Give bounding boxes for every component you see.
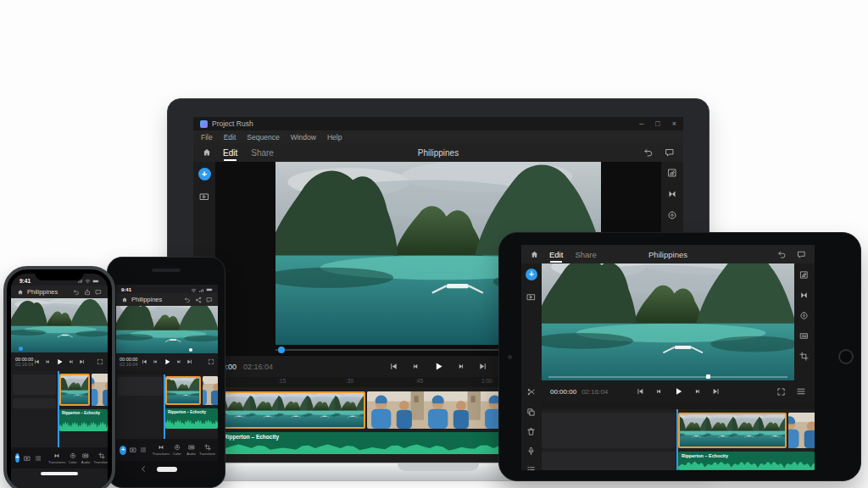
toolbar-color[interactable]: Color (69, 452, 77, 464)
transitions-icon[interactable] (158, 444, 164, 451)
play-button[interactable] (163, 358, 171, 366)
feedback-icon[interactable] (797, 250, 806, 259)
toolbar-audio[interactable]: Audio (81, 452, 91, 464)
skip-start-button[interactable] (33, 358, 40, 365)
play-button[interactable] (433, 361, 444, 372)
color-icon[interactable] (667, 210, 677, 220)
home-icon[interactable] (202, 147, 212, 158)
tracks-icon[interactable] (526, 465, 536, 470)
undo-icon[interactable] (184, 297, 191, 303)
step-forward-button[interactable] (457, 362, 466, 371)
menu-icon[interactable] (796, 386, 806, 396)
preview-scrubber[interactable] (548, 376, 787, 378)
tab-edit[interactable]: Edit (223, 148, 237, 158)
play-button[interactable] (673, 386, 683, 396)
fullscreen-icon[interactable] (97, 358, 103, 365)
tablet-home-button[interactable] (838, 349, 854, 364)
media-browser-icon[interactable] (24, 455, 31, 462)
color-icon[interactable] (174, 444, 181, 451)
transform-icon[interactable] (98, 452, 105, 459)
step-forward-button[interactable] (693, 387, 702, 396)
video-clip-selected[interactable] (220, 391, 365, 429)
menu-sequence[interactable]: Sequence (247, 133, 279, 141)
toolbar-transitions[interactable]: Transitions (50, 452, 64, 464)
duplicate-icon[interactable] (526, 408, 536, 417)
audio-icon[interactable] (188, 444, 195, 451)
step-back-button[interactable] (152, 358, 159, 365)
skip-end-button[interactable] (79, 358, 86, 365)
tracks-icon[interactable] (140, 446, 147, 453)
delete-icon[interactable] (526, 427, 536, 436)
playhead[interactable] (164, 374, 165, 439)
timeline-ruler[interactable] (542, 402, 815, 409)
audio-clip[interactable]: Ripperton – Echocity (678, 452, 815, 470)
step-forward-button[interactable] (175, 358, 182, 365)
add-media-button[interactable]: + (198, 168, 211, 180)
video-clip-selected[interactable] (59, 374, 90, 406)
toolbar-color[interactable]: Color (171, 444, 182, 456)
media-browser-icon[interactable] (199, 191, 209, 202)
audio-clip[interactable]: Ripperton – Echocity (165, 408, 218, 429)
fullscreen-icon[interactable] (208, 358, 214, 365)
transform-icon[interactable] (799, 352, 809, 361)
graphics-icon[interactable] (799, 270, 809, 280)
video-clip[interactable] (788, 413, 815, 448)
add-media-button[interactable]: + (526, 269, 537, 280)
graphics-icon[interactable] (667, 168, 677, 178)
media-browser-icon[interactable] (130, 446, 136, 453)
menu-edit[interactable]: Edit (224, 133, 236, 141)
feedback-icon[interactable] (206, 297, 213, 303)
tab-share[interactable]: Share (575, 250, 596, 259)
add-media-button[interactable]: + (120, 446, 126, 455)
feedback-icon[interactable] (665, 147, 675, 158)
home-pill[interactable] (157, 467, 177, 472)
scrubber-handle[interactable] (706, 374, 710, 379)
back-button[interactable] (140, 465, 147, 473)
media-browser-icon[interactable] (526, 292, 536, 302)
playhead[interactable] (58, 371, 59, 447)
skip-end-button[interactable] (479, 362, 488, 371)
undo-icon[interactable] (643, 147, 654, 158)
video-clip-selected[interactable] (678, 413, 787, 448)
feedback-icon[interactable] (95, 289, 102, 296)
audio-icon[interactable] (82, 452, 89, 459)
share-icon[interactable] (84, 289, 91, 296)
skip-start-button[interactable] (636, 387, 644, 396)
home-icon[interactable] (17, 289, 24, 296)
tracks-icon[interactable] (35, 455, 42, 462)
split-icon[interactable] (526, 387, 536, 396)
step-forward-button[interactable] (68, 358, 75, 365)
transitions-icon[interactable] (667, 189, 677, 199)
audio-icon[interactable] (799, 331, 809, 341)
menu-file[interactable]: File (201, 133, 213, 141)
play-button[interactable] (55, 358, 64, 366)
undo-icon[interactable] (73, 289, 80, 296)
toolbar-transform[interactable]: Transform (200, 444, 214, 456)
audio-clip[interactable]: Ripperton – Echocity (59, 409, 108, 431)
scrubber-handle[interactable] (278, 347, 285, 353)
tab-share[interactable]: Share (251, 148, 274, 158)
maximize-button[interactable]: □ (655, 119, 659, 128)
toolbar-transform[interactable]: Transform (94, 452, 108, 464)
menu-help[interactable]: Help (327, 133, 342, 141)
undo-icon[interactable] (777, 250, 787, 259)
video-clip[interactable] (92, 374, 108, 406)
add-media-button[interactable]: + (15, 453, 19, 463)
color-icon[interactable] (70, 452, 76, 459)
skip-end-button[interactable] (712, 387, 721, 396)
menu-window[interactable]: Window (291, 133, 316, 141)
tab-edit[interactable]: Edit (549, 250, 563, 259)
step-back-button[interactable] (44, 358, 51, 365)
skip-start-button[interactable] (389, 362, 398, 371)
playhead[interactable] (676, 409, 678, 470)
video-clip[interactable] (203, 376, 218, 405)
fullscreen-icon[interactable] (776, 387, 786, 396)
transform-icon[interactable] (204, 444, 211, 451)
home-icon[interactable] (530, 250, 539, 259)
step-back-button[interactable] (411, 362, 420, 371)
skip-end-button[interactable] (186, 358, 193, 365)
color-icon[interactable] (799, 311, 809, 320)
step-back-button[interactable] (654, 387, 663, 396)
close-button[interactable]: × (672, 119, 676, 128)
home-indicator[interactable] (41, 472, 78, 475)
